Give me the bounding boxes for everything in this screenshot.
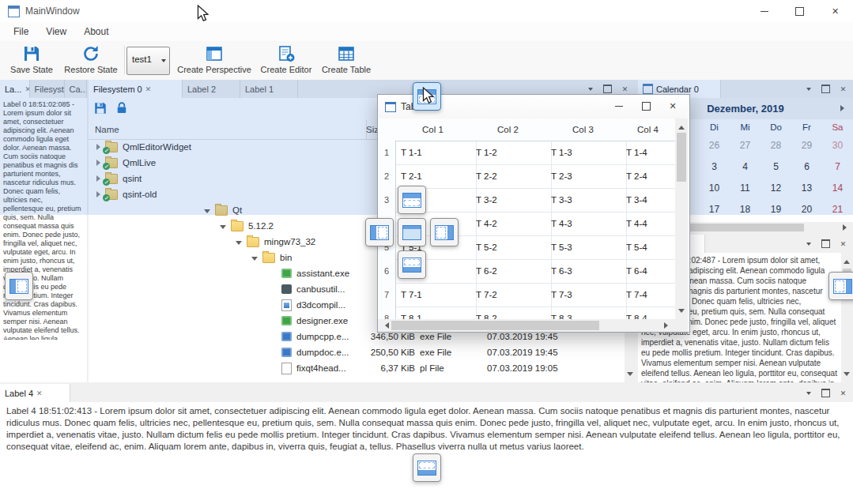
calendar-date-weekend[interactable]: 7 <box>822 156 853 178</box>
table-cell[interactable]: T 5-4 <box>621 235 675 260</box>
drop-indicator-left-edge[interactable] <box>5 272 33 300</box>
menu-view[interactable]: View <box>37 26 75 37</box>
table-cell[interactable]: T 8-2 <box>470 307 552 319</box>
calendar-date[interactable]: 12 <box>761 178 791 199</box>
table-hscrollbar[interactable] <box>378 319 675 332</box>
perspective-combobox[interactable]: test1 <box>126 47 170 75</box>
calendar-date[interactable]: 10 <box>699 178 730 199</box>
chevron-right-icon[interactable] <box>96 144 100 150</box>
tab-calendar1[interactable]: Ca... <box>65 80 87 98</box>
table-row-header[interactable]: 6 <box>378 259 396 284</box>
table-cell[interactable]: T 6-2 <box>470 259 552 284</box>
calendar-date[interactable]: 28 <box>761 135 791 156</box>
calendar-date[interactable]: 3 <box>699 156 730 178</box>
calendar-date[interactable]: 27 <box>730 135 761 156</box>
table-vscrollbar[interactable] <box>675 118 688 319</box>
filesystem-lock-button[interactable] <box>115 101 129 118</box>
dock-float-button[interactable] <box>819 386 832 400</box>
table-column-header[interactable]: Col 4 <box>621 118 675 141</box>
table-row-header[interactable]: 8 <box>378 307 396 319</box>
drop-indicator-bottom-edge[interactable] <box>413 453 441 482</box>
table-cell[interactable]: T 7-2 <box>470 283 552 307</box>
table-cell[interactable]: T 2-4 <box>621 164 675 189</box>
maximize-button[interactable] <box>632 97 659 115</box>
chevron-down-icon[interactable] <box>236 241 242 245</box>
drop-indicator-top-edge[interactable] <box>413 82 441 111</box>
scrollbar-thumb[interactable] <box>391 321 599 330</box>
create-table-button[interactable]: Create Table <box>319 44 373 74</box>
table-column-header[interactable]: Col 3 <box>545 118 621 141</box>
calendar-date[interactable]: 20 <box>791 199 822 220</box>
calendar-date[interactable]: 5 <box>761 156 791 178</box>
table-cell[interactable]: T 1-4 <box>621 141 675 165</box>
drop-indicator-cross-top[interactable] <box>398 186 426 214</box>
calendar-date[interactable]: 6 <box>791 156 822 178</box>
table-cell[interactable]: T 8-4 <box>621 307 675 319</box>
table-cell[interactable]: T 8-3 <box>545 307 627 319</box>
table-cell[interactable]: T 5-3 <box>545 235 627 260</box>
table-cell[interactable]: T 7-1 <box>395 283 477 307</box>
table-cell[interactable]: T 2-2 <box>470 164 552 189</box>
tab-label2[interactable]: Label 2 <box>183 80 240 98</box>
table-cell[interactable]: T 4-4 <box>621 212 675 236</box>
dock-close-button[interactable]: ✕ <box>836 82 850 96</box>
chevron-down-icon[interactable] <box>220 225 226 229</box>
calendar-date[interactable]: 26 <box>699 135 730 156</box>
table-cell[interactable]: T 7-4 <box>621 283 675 307</box>
menu-file[interactable]: File <box>5 26 37 37</box>
calendar-date[interactable]: 29 <box>791 135 822 156</box>
calendar-next-month-icon[interactable] <box>840 105 847 111</box>
tab-label1[interactable]: Label 1 <box>240 80 298 98</box>
dock-close-button[interactable]: ✕ <box>836 386 850 400</box>
dock-float-button[interactable] <box>819 82 832 96</box>
table-cell[interactable]: T 1-3 <box>545 141 627 165</box>
scrollbar-thumb[interactable] <box>677 133 686 182</box>
calendar-date[interactable]: 11 <box>730 178 761 199</box>
scroll-down-icon[interactable] <box>627 372 633 379</box>
table-cell[interactable]: T 5-2 <box>470 235 552 260</box>
drop-indicator-cross-right[interactable] <box>430 218 459 246</box>
create-editor-button[interactable]: Create Editor <box>258 44 315 74</box>
table-cell[interactable]: T 3-4 <box>621 188 675 213</box>
scroll-left-icon[interactable] <box>382 322 389 329</box>
tab-filesystem0[interactable]: Filesystem 0 ✕ <box>89 80 183 98</box>
dock-menu-button[interactable] <box>802 237 815 250</box>
table-cell[interactable]: T 3-2 <box>470 188 552 213</box>
tab-close-icon[interactable]: ✕ <box>145 85 152 93</box>
splitter-vertical[interactable] <box>87 80 89 382</box>
splitter-horizontal[interactable] <box>0 382 853 384</box>
scroll-down-icon[interactable] <box>678 309 685 316</box>
tab-filesystem1[interactable]: Filesyste... <box>30 80 65 98</box>
drop-indicator-cross-center[interactable] <box>398 218 426 246</box>
minimize-button[interactable] <box>746 0 782 22</box>
close-button[interactable]: ✕ <box>659 97 686 115</box>
table-cell[interactable]: T 6-4 <box>621 259 675 284</box>
calendar-date-weekend[interactable]: 14 <box>822 178 853 199</box>
tab-close-icon[interactable]: ✕ <box>36 389 43 397</box>
maximize-button[interactable] <box>782 0 817 22</box>
close-button[interactable]: ✕ <box>817 0 853 22</box>
tree-row[interactable]: dumpdoc.e...250,50 KiBexe File07.03.2019… <box>89 344 624 360</box>
chevron-down-icon[interactable] <box>204 209 210 213</box>
drop-indicator-cross-bottom[interactable] <box>398 250 426 279</box>
dock-menu-button[interactable] <box>802 82 815 96</box>
create-perspective-button[interactable]: Create Perspective <box>176 44 253 74</box>
table-row-header[interactable]: 3 <box>378 188 396 213</box>
scroll-up-icon[interactable] <box>678 122 685 130</box>
table-cell[interactable]: T 7-3 <box>545 283 627 307</box>
table-column-header[interactable]: Col 2 <box>470 118 546 141</box>
table-cell[interactable]: T 4-3 <box>545 212 627 236</box>
calendar-date[interactable]: 19 <box>761 199 791 220</box>
tab-label4[interactable]: Label 4 ✕ <box>0 384 70 402</box>
table-cell[interactable]: T 1-2 <box>470 141 552 165</box>
table-cell[interactable]: T 1-1 <box>395 141 477 165</box>
chevron-right-icon[interactable] <box>96 175 100 182</box>
calendar-date[interactable]: 18 <box>730 199 761 220</box>
tab-label0[interactable]: La... ✕ <box>0 80 30 98</box>
scroll-up-icon[interactable] <box>844 257 850 264</box>
table-row-header[interactable]: 1 <box>378 141 396 165</box>
table-cell[interactable]: T 8-1 <box>395 307 477 319</box>
dock-float-button[interactable] <box>819 237 832 250</box>
table-cell[interactable]: T 3-3 <box>545 188 627 213</box>
calendar-date[interactable]: 17 <box>699 199 730 220</box>
